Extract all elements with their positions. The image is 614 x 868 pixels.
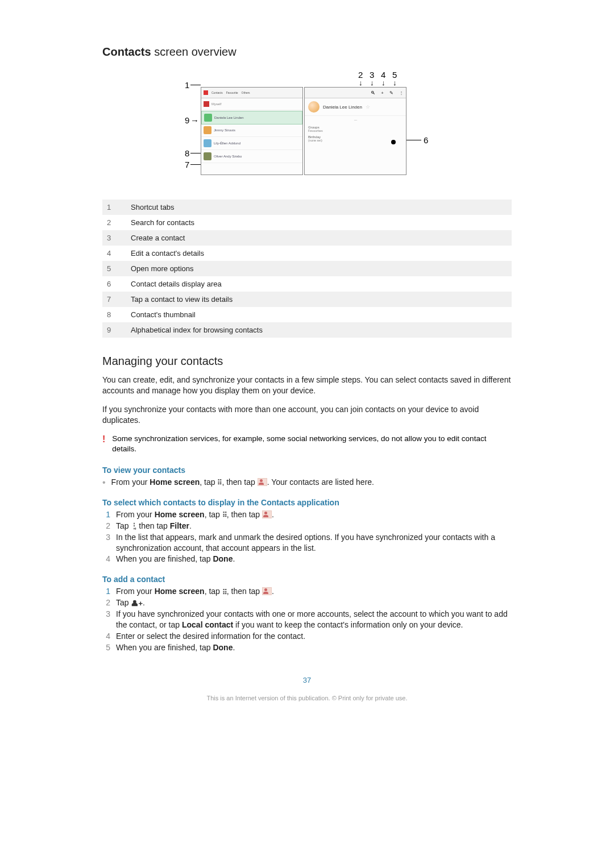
procedure-steps: 1From your Home screen, tap ⠿, then tap … [102,509,512,564]
procedure-title: To view your contacts [102,466,512,475]
arrow-down-icon: ↓ [381,79,385,86]
contacts-list-pane: ContactsFavouriteOthers Myself Daniela L… [201,87,303,175]
contacts-app-icon [258,478,267,486]
callout-6: 6 [424,135,428,145]
section-title: Contacts screen overview [102,45,512,59]
contact-detail-pane: 🔍︎ + ✎ ⋮ Daniela Lee Linden ☆ ⋯ Groups F… [304,87,406,175]
person-icon [204,90,208,95]
procedure-title: To add a contact [102,575,512,584]
arrow-right-icon: → [190,115,199,125]
contacts-app-icon [262,510,272,518]
edit-icon: ✎ [389,90,393,95]
callout-8: 8 [185,148,189,158]
warning-note: ! Some synchronization services, for exa… [102,434,512,454]
callout-1: 1 [185,80,189,90]
legend-row: 4Edit a contact's details [102,246,512,261]
legend-table: 1Shortcut tabs 2Search for contacts 3Cre… [102,200,512,338]
legend-row: 2Search for contacts [102,215,512,230]
arrow-down-icon: ↓ [393,79,397,86]
paragraph: If you synchronize your contacts with mo… [102,404,512,426]
procedure-steps: 1From your Home screen, tap ⠿, then tap … [102,586,512,653]
add-contact-icon: 👤︎+ [131,599,143,609]
callout-7: 7 [185,160,189,169]
legend-row: 6Contact details display area [102,276,512,292]
legend-row: 1Shortcut tabs [102,200,512,215]
search-icon: 🔍︎ [371,90,375,95]
arrow-down-icon: ↓ [359,79,363,86]
legend-row: 9Alphabetical index for browsing contact… [102,322,512,338]
overview-diagram: 1 2 3 4 5 ↓ ↓ ↓ ↓ 9 → 8 7 6 ContactsFavo… [102,69,512,182]
managing-heading: Managing your contacts [102,355,512,368]
legend-row: 8Contact's thumbnail [102,307,512,322]
contacts-app-icon [262,587,272,595]
legend-row: 3Create a contact [102,230,512,246]
contact-name: Daniela Lee Linden [323,105,362,110]
footer-disclaimer: This is an Internet version of this publ… [102,695,512,701]
page: Contacts screen overview 1 2 3 4 5 ↓ ↓ ↓… [0,0,614,868]
overflow-menu-icon [131,522,134,529]
legend-row: 5Open more options [102,261,512,276]
avatar [308,101,320,113]
flag-icon [204,101,209,107]
arrow-down-icon: ↓ [370,79,374,86]
star-icon: ☆ [366,104,370,110]
more-icon: ⋮ [399,90,404,95]
legend-row: 7Tap a contact to view its details [102,292,512,307]
callout-9: 9 [185,115,189,125]
apps-grid-icon: ⠿ [222,510,227,520]
page-number: 37 [102,676,512,684]
procedure-title: To select which contacts to display in t… [102,498,512,507]
add-person-icon: + [381,90,384,95]
warning-icon: ! [102,435,105,444]
procedure-bullet: • From your Home screen, tap ⠿, then tap… [102,477,512,488]
paragraph: You can create, edit, and synchronize yo… [102,375,512,396]
apps-grid-icon: ⠿ [222,588,227,597]
